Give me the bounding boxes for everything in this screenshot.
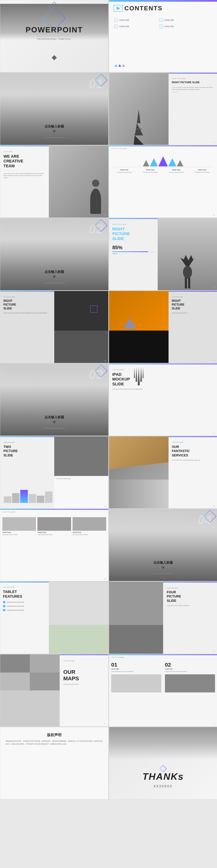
- right-content: YOUR TITLE HERE RIGHT PICTURE SLIDE "To …: [168, 73, 217, 145]
- slide-title: RIGHT PICTURE SLIDE: [172, 299, 214, 310]
- page-num: 04: [213, 432, 215, 434]
- plant-img: [49, 625, 108, 654]
- divider-line: [113, 167, 214, 167]
- dashed-line: [3, 170, 14, 171]
- bar-track: [112, 251, 154, 252]
- main-heading: WE ARE CREATIVE TEAM: [3, 154, 45, 168]
- tri-3: [122, 64, 125, 67]
- col-img-2: [165, 674, 215, 692]
- menu-grid: 01 点击输入标题 03 点击输入标题 02 点击输入标题 04 点击输入标题: [115, 18, 201, 28]
- bar-4: [29, 494, 36, 503]
- menu-item-1[interactable]: 01 点击输入标题: [115, 18, 156, 22]
- slide-label: YOUR TITLE HERE: [3, 297, 51, 298]
- bar-6: [45, 492, 53, 503]
- slide-three-col: YOUR TITLE HERE YOUR TITLE Lorem ipsum d…: [0, 509, 108, 581]
- architecture-img: [109, 436, 168, 479]
- big-num-1: 01: [111, 662, 161, 668]
- sub-info: PROFESSIONAL TEMPLATE: [0, 38, 108, 40]
- col-img-1: [111, 674, 161, 692]
- map-cell-3: [0, 673, 30, 691]
- slide-section-02: 02 点击输入标题: [0, 218, 108, 290]
- col-2: YOUR TITLE The lacrya all about lacrya: [138, 169, 162, 173]
- slide-section-03: 03 点击输入标题: [0, 364, 108, 436]
- slide-copyright: 版权声明 本模板版权归原作者所有，未经授权不得用于商业用途。如需商业使用，请联系…: [0, 727, 108, 799]
- copyright-title: 版权声明: [47, 733, 61, 738]
- brush-overlay: [109, 462, 168, 479]
- map-grid: [0, 654, 60, 690]
- bar-chart: [4, 487, 53, 503]
- quote: "To be, or not to be, that is the questi…: [172, 87, 214, 90]
- triangles-row: [143, 156, 183, 166]
- tri-3: [158, 156, 168, 166]
- desc: Lorem ipsum dolor sit amet consectetur a…: [3, 312, 51, 314]
- author: - The Bard: [172, 91, 214, 93]
- right-content: YOUR TITLE HERE RIGHT PICTURE SLIDE Lore…: [168, 291, 217, 363]
- tri-1: [143, 160, 149, 166]
- section-line: [152, 574, 174, 574]
- menu-item-2[interactable]: 02 点击输入标题: [115, 25, 156, 28]
- page-num: 01: [213, 142, 215, 144]
- col-desc-1: Lorem ipsum dolor sit amet: [2, 534, 36, 536]
- feature-3: SOME DEVICE FEATURE: [3, 609, 46, 611]
- contents-title: CONTENTS: [124, 5, 162, 12]
- page-num: 02: [104, 360, 106, 362]
- desc: Lorem ipsum dolor sit amet: [63, 684, 105, 685]
- slide-title: RIGHT PICTURE SLIDE: [112, 227, 154, 241]
- map-cell-2: [30, 654, 60, 673]
- slide-two-picture: YOUR TITLE HERE TWO PICTURE SLIDE The la…: [0, 436, 108, 508]
- col-desc-2: Lorem ipsum dolor sit amet: [37, 534, 71, 536]
- progress-label: Progress: [112, 253, 154, 254]
- title-block: RIGHT PICTURE SLIDE: [172, 81, 214, 84]
- slide-label: YOUR TITLE HERE: [111, 657, 124, 658]
- svg-point-6: [92, 180, 99, 187]
- spike-5: [142, 367, 144, 378]
- slide-title: TWO PICTURE SLIDE: [3, 445, 51, 458]
- circle-decor: [92, 151, 103, 162]
- page-num: 07: [213, 723, 215, 725]
- menu-text-3: 点击输入标题: [164, 19, 174, 21]
- left-content: YOUR HERE WE ARE CREATIVE TEAM Lorem ips…: [0, 146, 49, 218]
- nums-row: 01 Lorem Title Lorem ipsum dolor sit ame…: [111, 662, 215, 692]
- slide-right-picture-dark: YOUR TITLE HERE RIGHT PICTURE SLIDE Lore…: [0, 291, 108, 363]
- slide-creative-team: YOUR HERE WE ARE CREATIVE TEAM Lorem ips…: [0, 145, 108, 218]
- spike-1: [134, 367, 135, 378]
- left-images: [109, 291, 168, 363]
- three-cols: YOUR TITLE Lorem ipsum dolor sit amet YO…: [2, 517, 106, 536]
- menu-item-4[interactable]: 04 点击输入标题: [159, 25, 201, 28]
- map-cell-4: [30, 673, 60, 691]
- mountain-overlay: [109, 530, 217, 581]
- spikes: [109, 367, 168, 385]
- play-border: [114, 5, 123, 12]
- num-label-1: Lorem Title: [111, 668, 161, 670]
- bar-fill: [112, 251, 148, 252]
- mountain-overlay: [0, 385, 108, 436]
- section-line: [43, 283, 65, 283]
- spike-3: [137, 367, 140, 385]
- right-img-top: [54, 436, 108, 476]
- col-grid: YOUR TITLE The lacrya all about lacrya Y…: [112, 169, 214, 173]
- thanks-title: THANKs: [109, 771, 217, 782]
- desc: Lorem ipsum dolor sit amet consectetur: [167, 605, 214, 607]
- num-01: 01: [115, 18, 118, 22]
- menu-text-4: 点击输入标题: [164, 25, 174, 28]
- menu-text-2: 点击输入标题: [119, 25, 129, 28]
- menu-item-3[interactable]: 03 点击输入标题: [159, 18, 201, 22]
- svg-rect-11: [185, 278, 187, 288]
- progress-num: 85%: [112, 245, 154, 250]
- svg-marker-0: [137, 110, 141, 123]
- tablet-img: [49, 582, 108, 625]
- num-03: 03: [159, 18, 163, 22]
- left-content: YOUR TITLE HERE RIGHT PICTURE SLIDE 85% …: [109, 218, 158, 290]
- tri-4: [168, 158, 176, 166]
- section-arrow: [161, 566, 165, 569]
- col-img-2: [37, 517, 71, 531]
- bar-2: [12, 493, 20, 503]
- slide-section-04: 04 点击输入标题: [109, 509, 217, 581]
- main-title: POWERPOINT: [0, 26, 108, 34]
- left-area: [109, 582, 163, 654]
- slide-label: YOUR TITLE HERE: [172, 78, 214, 79]
- triangle-overlay: [124, 318, 136, 329]
- num-label-2: Lorem Title: [165, 668, 215, 670]
- page-num: 05: [104, 505, 106, 507]
- desc: Lorem ipsum dolor sit amet: [172, 312, 214, 314]
